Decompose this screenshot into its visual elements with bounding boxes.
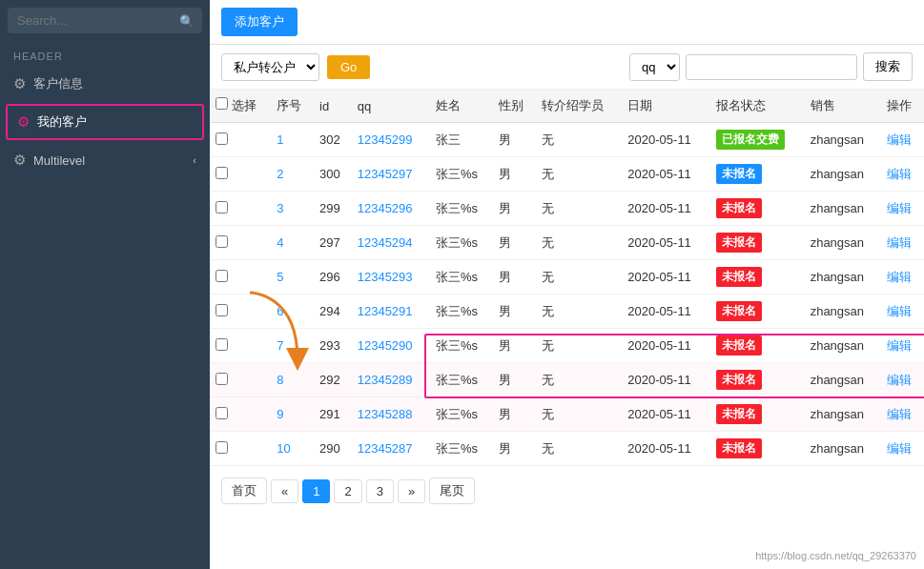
pagination: 首页 « 1 2 3 » 尾页 (210, 466, 924, 516)
cell-id: 294 (314, 295, 352, 329)
row-checkbox[interactable] (216, 270, 228, 282)
row-checkbox[interactable] (216, 304, 228, 316)
go-button[interactable]: Go (327, 55, 370, 79)
page-last-button[interactable]: 尾页 (429, 478, 475, 504)
cell-op: 编辑 (881, 432, 924, 466)
watermark: https://blog.csdn.net/qq_29263370 (755, 550, 916, 561)
cell-id: 297 (314, 226, 352, 260)
cell-seq: 8 (271, 363, 314, 397)
customer-table: 选择 序号 id qq 姓名 性别 转介绍学员 日期 报名状态 销售 操作 13… (210, 90, 924, 466)
cell-sales: zhangsan (805, 329, 882, 363)
cell-date: 2020-05-11 (622, 226, 709, 260)
cell-sales: zhangsan (805, 192, 882, 226)
filter-select[interactable]: 私户转公户 (221, 53, 319, 81)
cell-gender: 男 (493, 295, 536, 329)
edit-link[interactable]: 编辑 (887, 407, 912, 421)
cell-id: 291 (314, 397, 352, 432)
cell-op: 编辑 (881, 260, 924, 295)
row-checkbox[interactable] (216, 132, 228, 145)
sidebar-item-my-customers[interactable]: ⚙ 我的客户 (6, 104, 204, 140)
table-row: 729312345290张三%s男无2020-05-11未报名zhangsan编… (210, 329, 924, 363)
row-checkbox[interactable] (216, 167, 228, 179)
cell-op: 编辑 (881, 295, 924, 329)
col-status: 报名状态 (710, 90, 805, 123)
cell-referral: 无 (536, 123, 623, 157)
qq-filter-select[interactable]: qq (629, 53, 680, 81)
cell-status: 未报名 (710, 260, 805, 295)
multilevel-icon: ⚙ (13, 152, 26, 169)
cell-seq: 3 (271, 192, 314, 226)
col-op: 操作 (881, 90, 924, 123)
col-select: 选择 (210, 90, 271, 123)
page-prev-button[interactable]: « (271, 479, 298, 503)
table-row: 130212345299张三男无2020-05-11已报名交费zhangsan编… (210, 123, 924, 157)
cell-gender: 男 (493, 397, 536, 432)
edit-link[interactable]: 编辑 (887, 270, 912, 284)
cell-seq: 6 (271, 295, 314, 329)
table-row: 429712345294张三%s男无2020-05-11未报名zhangsan编… (210, 226, 924, 260)
search-button[interactable]: 搜索 (863, 52, 913, 81)
edit-link[interactable]: 编辑 (887, 338, 912, 353)
cell-name: 张三%s (430, 363, 493, 397)
cell-gender: 男 (493, 192, 536, 226)
cell-qq: 12345288 (352, 397, 430, 432)
col-gender: 性别 (493, 90, 536, 123)
row-checkbox[interactable] (216, 338, 228, 351)
edit-link[interactable]: 编辑 (887, 304, 912, 318)
search-input[interactable] (8, 8, 202, 33)
cell-qq: 12345289 (352, 363, 430, 397)
edit-link[interactable]: 编辑 (887, 201, 912, 215)
edit-link[interactable]: 编辑 (887, 235, 912, 250)
cell-sales: zhangsan (805, 260, 882, 295)
cell-referral: 无 (536, 226, 623, 260)
cell-name: 张三%s (430, 260, 493, 295)
row-checkbox[interactable] (216, 201, 228, 213)
table-row: 1029012345287张三%s男无2020-05-11未报名zhangsan… (210, 432, 924, 466)
sidebar-item-multilevel[interactable]: ⚙ Multilevel ‹ (0, 142, 210, 178)
cell-status: 未报名 (710, 329, 805, 363)
cell-qq: 12345294 (352, 226, 430, 260)
cell-status: 未报名 (710, 226, 805, 260)
cell-seq: 5 (271, 260, 314, 295)
col-name: 姓名 (430, 90, 493, 123)
row-checkbox[interactable] (216, 441, 228, 454)
page-first-button[interactable]: 首页 (221, 478, 267, 504)
row-checkbox[interactable] (216, 407, 228, 419)
cell-date: 2020-05-11 (622, 157, 709, 192)
edit-link[interactable]: 编辑 (887, 132, 912, 147)
edit-link[interactable]: 编辑 (887, 167, 912, 181)
cell-status: 未报名 (710, 295, 805, 329)
cell-checkbox (210, 226, 271, 260)
cell-name: 张三%s (430, 226, 493, 260)
cell-referral: 无 (536, 363, 623, 397)
page-1-button[interactable]: 1 (302, 479, 330, 503)
sidebar-item-label-multilevel: Multilevel (33, 153, 85, 168)
cell-id: 299 (314, 192, 352, 226)
edit-link[interactable]: 编辑 (887, 373, 912, 387)
sidebar-item-customer-info[interactable]: ⚙ 客户信息 (0, 66, 210, 102)
row-checkbox[interactable] (216, 373, 228, 385)
cell-referral: 无 (536, 295, 623, 329)
cell-date: 2020-05-11 (622, 397, 709, 432)
page-3-button[interactable]: 3 (366, 479, 394, 503)
col-sales: 销售 (805, 90, 882, 123)
cell-seq: 4 (271, 226, 314, 260)
main-content: 添加客户 私户转公户 Go qq 搜索 (210, 0, 924, 569)
cell-sales: zhangsan (805, 295, 882, 329)
cell-checkbox (210, 260, 271, 295)
cell-sales: zhangsan (805, 226, 882, 260)
cell-gender: 男 (493, 432, 536, 466)
cell-qq: 12345291 (352, 295, 430, 329)
page-2-button[interactable]: 2 (334, 479, 361, 503)
edit-link[interactable]: 编辑 (887, 441, 912, 456)
cell-name: 张三 (430, 123, 493, 157)
search-field[interactable] (686, 54, 857, 80)
select-all-checkbox[interactable] (216, 97, 228, 110)
cell-status: 已报名交费 (710, 123, 805, 157)
cell-qq: 12345290 (352, 329, 430, 363)
add-customer-button[interactable]: 添加客户 (221, 8, 298, 36)
page-next-button[interactable]: » (398, 479, 425, 503)
cell-date: 2020-05-11 (622, 260, 709, 295)
row-checkbox[interactable] (216, 235, 228, 248)
cell-gender: 男 (493, 329, 536, 363)
